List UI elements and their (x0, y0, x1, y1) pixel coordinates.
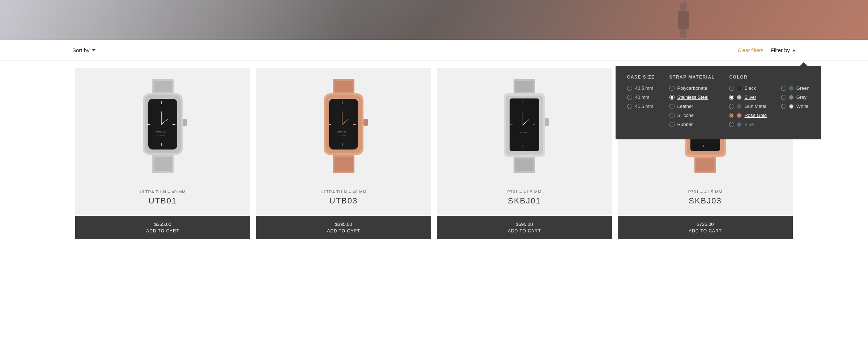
color-dot-grey (789, 95, 793, 100)
filter-option-polycarbonate[interactable]: Polycarbonate (669, 85, 715, 91)
product-name-utb03: UTB03 (262, 196, 425, 206)
filter-option-rubber[interactable]: Rubber (669, 122, 715, 127)
radio-stainless-steel (669, 95, 675, 100)
svg-text:D.MILANO: D.MILANO (518, 131, 528, 134)
radio-40-5mm (627, 86, 632, 91)
svg-rect-41 (523, 145, 523, 147)
product-card-utb03: D.MILANO ULTRA THIN ULTRA THIN – 40 mm U… (256, 68, 431, 239)
toolbar: Sort by Clear filters Filter by CASE SIZ… (0, 40, 868, 61)
radio-black (729, 86, 734, 91)
product-card-utb01: D.MILANO ULTRA THIN ULTRA THIN – 40 mm U… (75, 68, 250, 239)
watch-svg-utb03: D.MILANO ULTRA THIN (313, 79, 374, 173)
chevron-down-icon (92, 49, 95, 51)
filter-option-40mm[interactable]: 40 mm (627, 94, 655, 100)
filter-section-strap-material: STRAP MATERIAL Polycarbonate Stainless S… (669, 75, 715, 131)
hero-banner (0, 0, 868, 40)
filter-section-case-size: CASE SIZE 40.5 mm 40 mm 41.5 mm (627, 75, 655, 131)
filter-option-silver[interactable]: Silver (729, 94, 766, 100)
product-info-skbj01: P701 – 41.5 mm SKBJ01 (437, 184, 612, 216)
strap-material-heading: STRAP MATERIAL (669, 75, 715, 80)
add-to-cart-skbj01: ADD TO CART (443, 228, 606, 233)
filter-section-color: COLOR Black Silver Gun Metal Rose Gold (729, 75, 766, 131)
svg-rect-19 (335, 81, 353, 92)
filter-option-rose-gold[interactable]: Rose Gold (729, 113, 766, 118)
product-cta-skbj01[interactable]: $695.00 ADD TO CART (437, 216, 612, 239)
radio-green (781, 86, 786, 91)
product-cta-utb01[interactable]: $365.00 ADD TO CART (75, 216, 250, 239)
filter-option-white[interactable]: White (781, 104, 809, 109)
svg-rect-42 (510, 125, 512, 125)
filter-option-leather[interactable]: Leather (669, 104, 715, 109)
product-image-utb01: D.MILANO ULTRA THIN (75, 68, 250, 184)
product-name-skbj01: SKBJ01 (443, 196, 606, 206)
svg-rect-38 (545, 118, 549, 126)
svg-rect-8 (161, 101, 162, 104)
product-info-skbj03: P701 – 41.5 mm SKBJ03 (618, 184, 793, 216)
filter-option-gun-metal[interactable]: Gun Metal (729, 104, 766, 109)
product-cta-skbj03[interactable]: $725.00 ADD TO CART (618, 216, 793, 239)
color-dot-white (789, 104, 793, 109)
filter-by-button[interactable]: Filter by (771, 47, 796, 53)
label-41-5mm: 41.5 mm (635, 104, 654, 109)
svg-rect-1 (678, 11, 689, 29)
radio-polycarbonate (669, 86, 675, 91)
filter-option-40-5mm[interactable]: 40.5 mm (627, 85, 655, 91)
sort-by-button[interactable]: Sort by (72, 47, 95, 53)
color-heading: COLOR (729, 75, 766, 80)
svg-rect-63 (696, 159, 714, 171)
product-name-skbj03: SKBJ03 (624, 196, 787, 206)
label-rose-gold: Rose Gold (744, 113, 766, 118)
radio-blue (729, 122, 734, 127)
svg-rect-48 (515, 159, 533, 171)
product-subtitle-utb03: ULTRA THIN – 40 mm (262, 190, 425, 194)
svg-rect-9 (161, 143, 162, 146)
filter-option-silicone[interactable]: Silicone (669, 113, 715, 118)
svg-rect-17 (154, 157, 172, 171)
product-info-utb03: ULTRA THIN – 40 mm UTB03 (256, 184, 431, 216)
watch-svg-skbj01: D.MILANO (494, 79, 555, 173)
filter-option-41-5mm[interactable]: 41.5 mm (627, 104, 655, 109)
svg-rect-24 (342, 101, 342, 104)
label-rubber: Rubber (677, 122, 693, 127)
svg-rect-10 (147, 124, 150, 125)
product-cta-utb03[interactable]: $395.00 ADD TO CART (256, 216, 431, 239)
filter-option-green[interactable]: Green (781, 85, 809, 91)
filter-option-stainless-steel[interactable]: Stainless Steel (669, 94, 715, 100)
product-price-skbj03: $725.00 (624, 222, 787, 227)
label-gun-metal: Gun Metal (744, 104, 766, 109)
label-polycarbonate: Polycarbonate (677, 85, 707, 91)
filter-option-grey[interactable]: Grey (781, 94, 809, 100)
add-to-cart-utb01: ADD TO CART (81, 228, 244, 233)
color-dot-gun-metal (737, 104, 741, 109)
clear-filters-button[interactable]: Clear filters (738, 47, 763, 53)
label-stainless-steel: Stainless Steel (677, 94, 709, 100)
watch-svg-utb01: D.MILANO ULTRA THIN (132, 79, 193, 173)
product-info-utb01: ULTRA THIN – 40 mm UTB01 (75, 184, 250, 216)
svg-rect-22 (363, 119, 368, 126)
radio-grey (781, 95, 786, 100)
product-subtitle-utb01: ULTRA THIN – 40 mm (81, 190, 244, 194)
svg-rect-11 (173, 124, 175, 125)
svg-text:D.MILANO: D.MILANO (156, 131, 166, 133)
filter-option-blue[interactable]: Blue (729, 122, 766, 127)
radio-40mm (627, 95, 632, 100)
product-name-utb01: UTB01 (81, 196, 244, 206)
label-40-5mm: 40.5 mm (635, 85, 654, 91)
hero-watch-silhouette (673, 0, 694, 40)
svg-rect-33 (335, 157, 353, 171)
product-subtitle-skbj03: P701 – 41.5 mm (624, 190, 787, 194)
color-dot-blue (737, 122, 741, 127)
hero-overlay (0, 0, 868, 40)
color-dot-silver (737, 95, 741, 100)
label-blue: Blue (744, 122, 754, 127)
label-grey: Grey (796, 94, 807, 100)
filter-option-black[interactable]: Black (729, 85, 766, 91)
label-silver: Silver (744, 94, 756, 100)
svg-text:D.MILANO: D.MILANO (337, 131, 347, 133)
svg-rect-3 (154, 81, 172, 92)
label-white: White (796, 104, 808, 109)
case-size-heading: CASE SIZE (627, 75, 655, 80)
svg-rect-26 (328, 124, 331, 125)
color-dot-green (789, 86, 793, 90)
add-to-cart-utb03: ADD TO CART (262, 228, 425, 233)
